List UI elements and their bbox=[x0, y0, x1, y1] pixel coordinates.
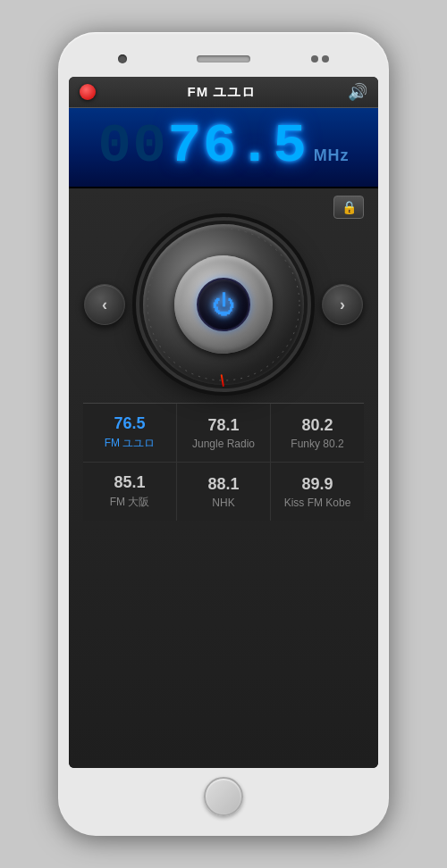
preset-item[interactable]: 78.1Jungle Radio bbox=[177, 404, 270, 462]
prev-icon: ‹ bbox=[102, 296, 107, 314]
lock-icon: 🔒 bbox=[342, 200, 357, 214]
knob-ticks-svg bbox=[143, 224, 304, 385]
camera bbox=[118, 54, 127, 63]
preset-name: Jungle Radio bbox=[192, 438, 255, 450]
preset-freq: 85.1 bbox=[114, 473, 145, 492]
sensor-dot-2 bbox=[322, 55, 329, 63]
next-icon: › bbox=[340, 296, 345, 314]
next-station-button[interactable]: › bbox=[322, 284, 363, 325]
preset-name: NHK bbox=[212, 497, 234, 509]
knob-row: ‹ ⏻ › bbox=[83, 224, 364, 385]
preset-name: FM ユユロ bbox=[105, 436, 156, 451]
freq-dim-digits: 00 bbox=[97, 114, 167, 178]
earpiece-speaker bbox=[197, 55, 250, 63]
preset-freq: 78.1 bbox=[207, 416, 239, 435]
preset-freq: 76.5 bbox=[114, 414, 145, 433]
svg-point-0 bbox=[148, 229, 299, 380]
preset-freq: 89.9 bbox=[301, 475, 333, 494]
presets-grid: 76.5FM ユユロ78.1Jungle Radio80.2Funky 80.2… bbox=[83, 403, 364, 521]
frequency-unit: MHz bbox=[314, 146, 350, 165]
prev-station-button[interactable]: ‹ bbox=[84, 284, 125, 325]
phone-top bbox=[69, 48, 378, 70]
controls-area: 🔒 ‹ ⏻ bbox=[69, 188, 378, 768]
preset-item[interactable]: 85.1FM 大阪 bbox=[83, 463, 176, 521]
record-button[interactable] bbox=[80, 84, 96, 100]
preset-freq: 88.1 bbox=[207, 475, 239, 494]
lock-button[interactable]: 🔒 bbox=[333, 196, 364, 219]
tuning-knob[interactable]: ⏻ bbox=[143, 224, 304, 385]
home-button[interactable] bbox=[204, 777, 243, 816]
preset-item[interactable]: 76.5FM ユユロ bbox=[83, 404, 176, 462]
frequency-value: 0076.5 bbox=[97, 119, 308, 174]
app-title: FM ユユロ bbox=[188, 84, 257, 101]
preset-item[interactable]: 80.2Funky 80.2 bbox=[271, 404, 364, 462]
preset-item[interactable]: 89.9Kiss FM Kobe bbox=[271, 463, 364, 521]
frequency-display: 0076.5 MHz bbox=[69, 108, 378, 188]
sensors bbox=[311, 55, 329, 63]
preset-name: Kiss FM Kobe bbox=[284, 497, 351, 509]
preset-item[interactable]: 88.1NHK bbox=[177, 463, 270, 521]
preset-name: FM 大阪 bbox=[110, 495, 150, 510]
preset-freq: 80.2 bbox=[301, 416, 333, 435]
phone-bottom bbox=[69, 777, 378, 816]
title-bar: FM ユユロ 🔊 bbox=[69, 77, 378, 108]
freq-main-digits: 76.5 bbox=[168, 114, 308, 178]
phone-shell: FM ユユロ 🔊 0076.5 MHz 🔒 ‹ bbox=[58, 32, 389, 836]
preset-name: Funky 80.2 bbox=[291, 438, 343, 450]
phone-screen: FM ユユロ 🔊 0076.5 MHz 🔒 ‹ bbox=[69, 77, 378, 768]
sensor-dot-1 bbox=[311, 55, 318, 63]
volume-icon[interactable]: 🔊 bbox=[348, 82, 367, 102]
